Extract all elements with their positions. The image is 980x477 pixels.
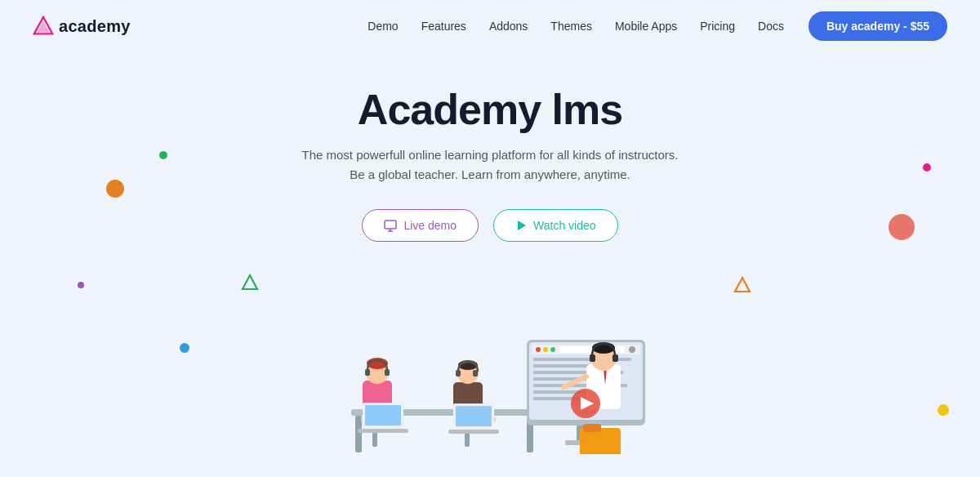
svg-rect-16: [365, 369, 370, 376]
live-demo-button[interactable]: Live demo: [362, 209, 479, 242]
svg-rect-29: [456, 406, 492, 426]
svg-rect-9: [355, 416, 362, 452]
nav-link-mobile-apps[interactable]: Mobile Apps: [615, 20, 677, 33]
nav-link-docs[interactable]: Docs: [758, 20, 784, 33]
hero-subtitle: The most powerfull online learning platf…: [286, 145, 694, 185]
logo-text: academy: [59, 17, 131, 36]
monitor-icon: [384, 219, 397, 232]
decoration-dot-blue: [180, 343, 189, 353]
nav-link-pricing[interactable]: Pricing: [700, 20, 735, 33]
hero-buttons: Live demo Watch video: [16, 209, 964, 242]
navbar: academy Demo Features Addons Themes Mobi…: [0, 0, 980, 52]
svg-rect-4: [385, 221, 396, 229]
svg-rect-56: [583, 424, 601, 432]
svg-rect-19: [365, 405, 401, 426]
logo[interactable]: academy: [33, 16, 131, 37]
nav-link-addons[interactable]: Addons: [489, 20, 528, 33]
nav-link-themes[interactable]: Themes: [550, 20, 592, 33]
nav-links: Demo Features Addons Themes Mobile Apps …: [368, 19, 784, 33]
watch-video-button[interactable]: Watch video: [493, 209, 618, 242]
nav-link-demo[interactable]: Demo: [368, 20, 398, 33]
decoration-dot-purple: [78, 282, 84, 288]
buy-button[interactable]: Buy academy - $55: [808, 11, 947, 41]
svg-rect-53: [612, 354, 618, 362]
svg-rect-30: [448, 430, 499, 434]
svg-rect-26: [456, 370, 461, 377]
svg-point-35: [543, 347, 548, 352]
play-icon: [515, 220, 527, 231]
svg-point-38: [629, 346, 635, 353]
svg-point-34: [536, 347, 541, 352]
svg-point-36: [550, 347, 555, 352]
svg-rect-20: [358, 429, 408, 433]
svg-rect-52: [590, 354, 595, 362]
decoration-dot-yellow: [938, 404, 949, 416]
svg-rect-17: [385, 369, 390, 376]
svg-rect-27: [473, 370, 478, 377]
nav-link-features[interactable]: Features: [421, 20, 466, 33]
hero-illustration: [302, 291, 678, 454]
svg-marker-7: [518, 221, 526, 230]
logo-icon: [33, 16, 54, 37]
hero-section: Academy lms The most powerfull online le…: [0, 52, 980, 283]
hero-title: Academy lms: [16, 85, 964, 134]
illustration-area: [0, 291, 980, 454]
